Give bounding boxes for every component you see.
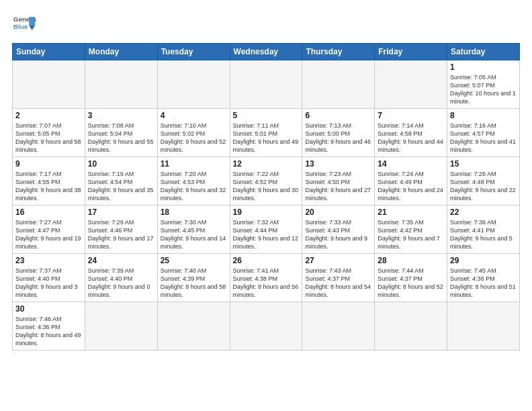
day-number: 7 <box>378 111 444 120</box>
calendar-week-2: 2Sunrise: 7:07 AMSunset: 5:05 PMDaylight… <box>13 109 520 157</box>
day-number: 18 <box>161 208 227 217</box>
calendar-cell: 27Sunrise: 7:43 AMSunset: 4:37 PMDayligh… <box>302 254 375 302</box>
day-info: Sunrise: 7:08 AMSunset: 5:04 PMDaylight:… <box>88 122 154 154</box>
calendar-cell: 5Sunrise: 7:11 AMSunset: 5:01 PMDaylight… <box>230 109 302 157</box>
weekday-header-row: SundayMondayTuesdayWednesdayThursdayFrid… <box>13 44 520 60</box>
calendar-cell: 7Sunrise: 7:14 AMSunset: 4:58 PMDaylight… <box>375 109 447 157</box>
calendar-cell: 22Sunrise: 7:36 AMSunset: 4:41 PMDayligh… <box>447 205 520 254</box>
calendar-week-5: 23Sunrise: 7:37 AMSunset: 4:40 PMDayligh… <box>13 254 520 302</box>
day-info: Sunrise: 7:16 AMSunset: 4:57 PMDaylight:… <box>450 122 517 154</box>
day-number: 6 <box>305 111 371 120</box>
day-info: Sunrise: 7:43 AMSunset: 4:37 PMDaylight:… <box>305 267 371 300</box>
day-info: Sunrise: 7:07 AMSunset: 5:05 PMDaylight:… <box>15 122 82 154</box>
calendar-cell <box>230 302 302 351</box>
calendar-cell <box>13 60 85 109</box>
logo-icon: General Blue <box>12 12 36 36</box>
day-number: 21 <box>378 208 444 217</box>
day-info: Sunrise: 7:40 AMSunset: 4:39 PMDaylight:… <box>161 267 227 300</box>
day-number: 15 <box>450 159 517 169</box>
weekday-header-wednesday: Wednesday <box>230 44 302 60</box>
calendar-cell: 6Sunrise: 7:13 AMSunset: 5:00 PMDaylight… <box>302 109 375 157</box>
day-number: 23 <box>15 256 82 265</box>
day-info: Sunrise: 7:13 AMSunset: 5:00 PMDaylight:… <box>305 122 371 154</box>
day-number: 11 <box>161 159 227 169</box>
svg-marker-2 <box>29 17 35 26</box>
calendar-cell: 13Sunrise: 7:23 AMSunset: 4:50 PMDayligh… <box>302 157 375 205</box>
day-number: 30 <box>15 304 82 314</box>
day-number: 4 <box>161 111 227 120</box>
weekday-header-monday: Monday <box>85 44 157 60</box>
day-info: Sunrise: 7:36 AMSunset: 4:41 PMDaylight:… <box>450 218 517 251</box>
calendar-cell: 8Sunrise: 7:16 AMSunset: 4:57 PMDaylight… <box>447 109 520 157</box>
day-info: Sunrise: 7:39 AMSunset: 4:40 PMDaylight:… <box>88 267 154 300</box>
day-info: Sunrise: 7:05 AMSunset: 5:07 PMDaylight:… <box>450 73 517 106</box>
day-number: 19 <box>233 208 300 217</box>
calendar-cell <box>302 60 375 109</box>
day-number: 2 <box>15 111 82 120</box>
day-number: 12 <box>233 159 300 169</box>
calendar-cell: 25Sunrise: 7:40 AMSunset: 4:39 PMDayligh… <box>157 254 230 302</box>
day-info: Sunrise: 7:26 AMSunset: 4:48 PMDaylight:… <box>450 170 517 203</box>
day-number: 1 <box>450 62 517 72</box>
calendar-cell <box>157 302 230 351</box>
svg-marker-3 <box>29 26 35 30</box>
calendar-cell: 1Sunrise: 7:05 AMSunset: 5:07 PMDaylight… <box>447 60 520 109</box>
day-number: 26 <box>233 256 300 265</box>
day-number: 13 <box>305 159 371 169</box>
day-info: Sunrise: 7:35 AMSunset: 4:42 PMDaylight:… <box>378 218 444 251</box>
day-info: Sunrise: 7:10 AMSunset: 5:02 PMDaylight:… <box>161 122 227 154</box>
calendar-cell: 3Sunrise: 7:08 AMSunset: 5:04 PMDaylight… <box>85 109 157 157</box>
weekday-header-thursday: Thursday <box>302 44 375 60</box>
calendar: SundayMondayTuesdayWednesdayThursdayFrid… <box>12 43 520 351</box>
calendar-cell: 14Sunrise: 7:24 AMSunset: 4:49 PMDayligh… <box>375 157 447 205</box>
calendar-cell <box>375 60 447 109</box>
weekday-header-sunday: Sunday <box>13 44 85 60</box>
day-info: Sunrise: 7:27 AMSunset: 4:47 PMDaylight:… <box>15 218 82 251</box>
weekday-header-friday: Friday <box>375 44 447 60</box>
day-info: Sunrise: 7:24 AMSunset: 4:49 PMDaylight:… <box>378 170 444 203</box>
calendar-cell: 26Sunrise: 7:41 AMSunset: 4:38 PMDayligh… <box>230 254 302 302</box>
calendar-cell: 21Sunrise: 7:35 AMSunset: 4:42 PMDayligh… <box>375 205 447 254</box>
day-info: Sunrise: 7:17 AMSunset: 4:55 PMDaylight:… <box>15 170 82 203</box>
calendar-cell: 9Sunrise: 7:17 AMSunset: 4:55 PMDaylight… <box>13 157 85 205</box>
calendar-week-4: 16Sunrise: 7:27 AMSunset: 4:47 PMDayligh… <box>13 205 520 254</box>
calendar-cell: 19Sunrise: 7:32 AMSunset: 4:44 PMDayligh… <box>230 205 302 254</box>
calendar-cell: 29Sunrise: 7:45 AMSunset: 4:36 PMDayligh… <box>447 254 520 302</box>
calendar-week-6: 30Sunrise: 7:46 AMSunset: 4:36 PMDayligh… <box>13 302 520 351</box>
day-info: Sunrise: 7:11 AMSunset: 5:01 PMDaylight:… <box>233 122 300 154</box>
calendar-cell: 4Sunrise: 7:10 AMSunset: 5:02 PMDaylight… <box>157 109 230 157</box>
day-info: Sunrise: 7:33 AMSunset: 4:43 PMDaylight:… <box>305 218 371 251</box>
calendar-week-1: 1Sunrise: 7:05 AMSunset: 5:07 PMDaylight… <box>13 60 520 109</box>
day-info: Sunrise: 7:23 AMSunset: 4:50 PMDaylight:… <box>305 170 371 203</box>
day-info: Sunrise: 7:22 AMSunset: 4:52 PMDaylight:… <box>233 170 300 203</box>
calendar-cell: 28Sunrise: 7:44 AMSunset: 4:37 PMDayligh… <box>375 254 447 302</box>
calendar-cell: 17Sunrise: 7:29 AMSunset: 4:46 PMDayligh… <box>85 205 157 254</box>
day-number: 24 <box>88 256 154 265</box>
calendar-cell <box>85 60 157 109</box>
day-number: 25 <box>161 256 227 265</box>
day-number: 9 <box>15 159 82 169</box>
day-number: 14 <box>378 159 444 169</box>
header-area: General Blue <box>12 12 520 36</box>
logo: General Blue <box>12 12 36 36</box>
day-info: Sunrise: 7:45 AMSunset: 4:36 PMDaylight:… <box>450 267 517 300</box>
calendar-cell <box>447 302 520 351</box>
day-info: Sunrise: 7:44 AMSunset: 4:37 PMDaylight:… <box>378 267 444 300</box>
day-number: 22 <box>450 208 517 217</box>
day-number: 3 <box>88 111 154 120</box>
day-info: Sunrise: 7:20 AMSunset: 4:53 PMDaylight:… <box>161 170 227 203</box>
calendar-cell <box>157 60 230 109</box>
calendar-cell <box>85 302 157 351</box>
day-info: Sunrise: 7:19 AMSunset: 4:54 PMDaylight:… <box>88 170 154 203</box>
calendar-cell <box>230 60 302 109</box>
svg-text:Blue: Blue <box>13 23 28 30</box>
day-info: Sunrise: 7:37 AMSunset: 4:40 PMDaylight:… <box>15 267 82 300</box>
calendar-cell: 11Sunrise: 7:20 AMSunset: 4:53 PMDayligh… <box>157 157 230 205</box>
calendar-cell: 18Sunrise: 7:30 AMSunset: 4:45 PMDayligh… <box>157 205 230 254</box>
day-number: 17 <box>88 208 154 217</box>
day-number: 29 <box>450 256 517 265</box>
calendar-cell: 30Sunrise: 7:46 AMSunset: 4:36 PMDayligh… <box>13 302 85 351</box>
calendar-week-3: 9Sunrise: 7:17 AMSunset: 4:55 PMDaylight… <box>13 157 520 205</box>
calendar-cell <box>375 302 447 351</box>
day-number: 5 <box>233 111 300 120</box>
